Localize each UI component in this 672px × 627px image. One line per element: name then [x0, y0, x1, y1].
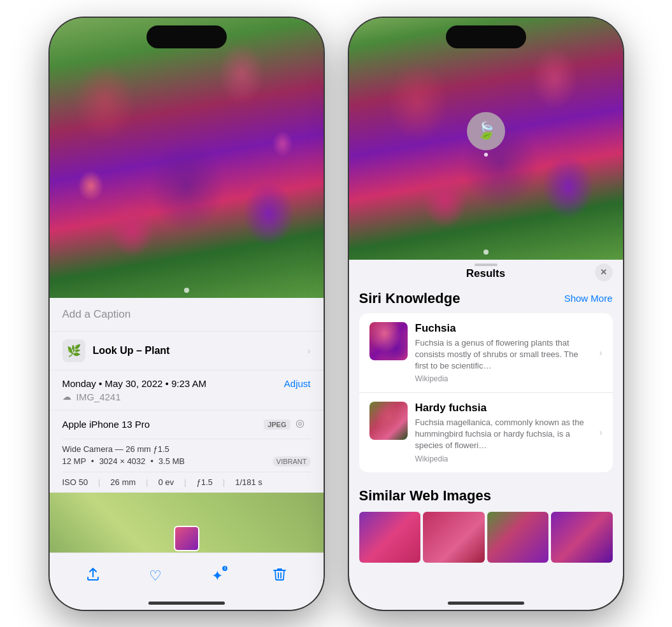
- info-area: Add a Caption 🌿 Look Up – Plant › Monday…: [50, 298, 324, 556]
- delete-button[interactable]: [266, 562, 294, 590]
- meta-section: Monday • May 30, 2022 • 9:23 AM Adjust ☁…: [50, 370, 324, 411]
- siri-knowledge-title: Siri Knowledge: [359, 290, 461, 307]
- results-header: Results ✕: [349, 260, 623, 285]
- similar-section: Similar Web Images: [349, 477, 623, 568]
- share-button[interactable]: [79, 562, 107, 590]
- device-section: Apple iPhone 13 Pro JPEG ◎ Wide Camera —…: [50, 411, 324, 493]
- jpeg-badge: JPEG: [264, 419, 290, 430]
- favorite-button[interactable]: ♡: [141, 562, 169, 590]
- vi-leaf-icon: 🍃: [476, 121, 496, 141]
- home-indicator-right: [448, 602, 524, 605]
- camera-line2: 12 MP • 3024 × 4032 • 3.5 MB VIBRANT: [62, 456, 311, 467]
- filename-text: IMG_4241: [76, 391, 121, 402]
- photo-date: Monday • May 30, 2022 • 9:23 AM: [62, 378, 206, 389]
- right-photo-area[interactable]: 🍃: [349, 18, 623, 260]
- heart-icon: ♡: [149, 568, 162, 584]
- exif-aperture: ƒ1.5: [196, 477, 212, 487]
- fuchsia-name: Fuchsia: [415, 322, 592, 335]
- hardy-name: Hardy fuchsia: [415, 402, 592, 414]
- similar-image-3[interactable]: [487, 512, 549, 563]
- exif-shutter: 1/181 s: [235, 477, 262, 487]
- fuchsia-desc: Fuchsia is a genus of flowering plants t…: [415, 337, 592, 372]
- exif-div1: |: [98, 477, 100, 487]
- siri-section-header: Siri Knowledge Show More: [359, 290, 613, 307]
- hardy-desc: Fuchsia magellanica, commonly known as t…: [415, 417, 592, 452]
- cloud-icon: ☁: [62, 391, 71, 402]
- right-screen: 🍃 Results ✕ Siri Knowledge Show More: [349, 18, 623, 610]
- caption-area[interactable]: Add a Caption: [50, 298, 324, 332]
- close-icon: ✕: [600, 267, 607, 277]
- mp-text: 12 MP: [62, 456, 87, 466]
- exif-div4: |: [223, 477, 225, 487]
- exif-row: ISO 50 | 26 mm | 0 ev | ƒ1.5 | 1/181 s: [62, 472, 311, 492]
- fuchsia-item[interactable]: Fuchsia Fuchsia is a genus of flowering …: [359, 313, 613, 393]
- results-panel: Results ✕ Siri Knowledge Show More Fuchs: [349, 260, 623, 568]
- separator1: •: [91, 456, 94, 466]
- exif-focal: 26 mm: [110, 477, 136, 487]
- right-phone: 🍃 Results ✕ Siri Knowledge Show More: [349, 18, 623, 610]
- dynamic-island: [147, 25, 227, 48]
- map-thumbnail[interactable]: [50, 493, 324, 556]
- similar-image-4[interactable]: [551, 512, 613, 563]
- right-page-indicator: [483, 250, 489, 255]
- fuchsia-source: Wikipedia: [415, 374, 592, 383]
- home-indicator: [148, 602, 225, 605]
- close-button[interactable]: ✕: [595, 264, 613, 281]
- resolution-text: 3024 × 4032: [99, 456, 146, 466]
- exif-ev: 0 ev: [158, 477, 174, 487]
- similar-image-1[interactable]: [359, 512, 421, 563]
- show-more-button[interactable]: Show More: [564, 293, 613, 304]
- trash-icon: [273, 567, 286, 584]
- meta-filename: ☁ IMG_4241: [62, 391, 311, 402]
- camera-line1: Wide Camera — 26 mm ƒ1.5: [62, 444, 311, 454]
- device-badges: JPEG ◎: [264, 417, 310, 432]
- knowledge-card: Fuchsia Fuchsia is a genus of flowering …: [359, 313, 613, 472]
- share-icon: [86, 567, 100, 584]
- info-badge: i: [221, 565, 229, 572]
- similar-image-2[interactable]: [423, 512, 485, 563]
- hardy-fuchsia-item[interactable]: Hardy fuchsia Fuchsia magellanica, commo…: [359, 393, 613, 472]
- similar-title: Similar Web Images: [359, 488, 613, 504]
- lookup-text: Look Up – Plant: [93, 345, 170, 356]
- photo-area[interactable]: [50, 18, 324, 298]
- left-phone: Add a Caption 🌿 Look Up – Plant › Monday…: [50, 18, 324, 610]
- exif-div3: |: [184, 477, 186, 487]
- hardy-source: Wikipedia: [415, 454, 592, 463]
- device-row: Apple iPhone 13 Pro JPEG ◎: [62, 411, 311, 439]
- lookup-chevron: ›: [308, 346, 311, 356]
- drag-handle[interactable]: [475, 264, 497, 266]
- exif-iso: ISO 50: [62, 477, 88, 487]
- lookup-plain: Plant: [142, 345, 170, 356]
- location-icon: ◎: [296, 417, 311, 432]
- fuchsia-chevron: ›: [599, 348, 603, 358]
- hardy-chevron: ›: [599, 427, 603, 437]
- results-title: Results: [466, 267, 505, 280]
- left-screen: Add a Caption 🌿 Look Up – Plant › Monday…: [50, 18, 324, 610]
- exif-div2: |: [146, 477, 148, 487]
- lookup-bold: Look Up –: [93, 345, 142, 356]
- lookup-row[interactable]: 🌿 Look Up – Plant ›: [50, 332, 324, 370]
- visual-intelligence-button[interactable]: 🍃: [467, 112, 505, 150]
- lookup-plant-icon: 🌿: [62, 339, 85, 362]
- fuchsia-content: Fuchsia Fuchsia is a genus of flowering …: [415, 322, 592, 384]
- flower-image: [50, 18, 324, 298]
- page-indicator: [184, 288, 189, 293]
- vi-dot: [484, 153, 488, 157]
- hardy-thumbnail: [369, 402, 408, 440]
- info-button[interactable]: ✦ i: [203, 562, 231, 590]
- vibrant-badge: VIBRANT: [273, 456, 311, 467]
- similar-grid: [359, 512, 613, 563]
- camera-specs: Wide Camera — 26 mm ƒ1.5 12 MP • 3024 × …: [62, 439, 311, 472]
- fuchsia-thumbnail: [369, 322, 408, 360]
- device-name: Apple iPhone 13 Pro: [62, 419, 150, 430]
- map-photo-pin: [174, 526, 199, 551]
- dynamic-island-right: [446, 25, 526, 48]
- adjust-button[interactable]: Adjust: [284, 378, 311, 389]
- size-text: 3.5 MB: [159, 456, 185, 466]
- siri-knowledge-section: Siri Knowledge Show More Fuchsia Fuchsia…: [349, 285, 623, 477]
- caption-placeholder[interactable]: Add a Caption: [62, 308, 131, 320]
- separator2: •: [150, 456, 154, 466]
- meta-row: Monday • May 30, 2022 • 9:23 AM Adjust: [62, 378, 311, 389]
- hardy-content: Hardy fuchsia Fuchsia magellanica, commo…: [415, 402, 592, 463]
